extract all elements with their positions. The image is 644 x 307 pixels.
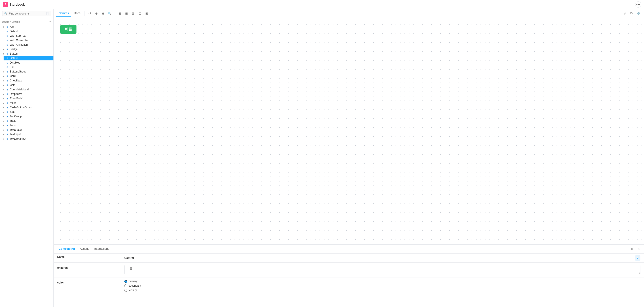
component-icon: ⊞ [6,93,9,95]
group-header-tabs[interactable]: ▶ ⊞ Tabs [0,123,54,128]
group-label-textinput: TextInput [10,133,21,136]
layout-icon-btn[interactable]: ⊟ [124,10,130,17]
logo-icon: S [3,2,8,7]
radio-secondary[interactable]: secondary [124,284,640,287]
search-icon-btn[interactable]: 🔍 [107,10,113,17]
group-header-badge[interactable]: ▶ ⊞ Badge [0,47,54,52]
toolbar-right: ⤢ ⧉ 🔗 [622,10,641,17]
app-logo: S Storybook [3,2,25,7]
radio-input-primary[interactable] [124,280,127,283]
search-shortcut: / [46,12,49,15]
expand-icon: ▶ [2,115,5,118]
canvas-background [54,18,644,244]
group-header-alert[interactable]: ▼ ⊞ Alert [0,25,54,29]
group-header-dropdown[interactable]: ▶ ⊞ Dropdown [0,92,54,96]
search-input[interactable] [9,12,45,15]
group-header-card[interactable]: ▶ ⊞ Card [0,74,54,78]
panel-expand-icon-btn[interactable]: ⊞ [630,246,635,252]
sidebar-item-alert-subtext[interactable]: ⊟ With Sub Text [4,34,54,38]
component-icon: ⊞ [6,75,9,77]
full-icon-btn[interactable]: ⊞ [144,10,150,17]
section-collapse-icon[interactable]: ⌃ [49,21,51,24]
sidebar-item-button-full[interactable]: ⊟ Full [4,65,54,69]
expand-icon: ▶ [2,124,5,127]
group-header-checkbox[interactable]: ▶ ⊞ Checkbox [0,78,54,83]
button-children: ⊟ Default ⊟ Disabled ⊟ Full [0,56,54,69]
sidebar-item-button-disabled[interactable]: ⊟ Disabled [4,60,54,65]
radio-input-secondary[interactable] [124,284,127,287]
component-icon: ⊞ [6,133,9,136]
tab-canvas[interactable]: Canvas [56,10,71,17]
group-header-errormodal[interactable]: ▶ ⊞ ErrorModal [0,96,54,101]
children-input[interactable]: 버튼 [124,265,640,274]
control-name-color: color [57,280,124,284]
group-header-radiobuttongroup[interactable]: ▶ ⊞ RadioButtonGroup [0,105,54,110]
radio-primary[interactable]: primary [124,280,640,283]
expand-icon: ▶ [2,48,5,51]
preview-button[interactable]: 버튼 [60,25,76,34]
section-header: COMPONENTS ⌃ [0,19,54,25]
menu-button[interactable]: ••• [635,1,641,8]
tab-controls[interactable]: Controls (6) [56,246,77,252]
zoom-in-icon-btn[interactable]: ⊕ [100,10,106,17]
group-header-tabgroup[interactable]: ▶ ⊞ TabGroup [0,114,54,119]
table-icon-btn[interactable]: ⊠ [130,10,136,17]
control-value-children: 버튼 [124,265,640,275]
reload-icon-btn[interactable]: ↺ [86,10,93,17]
tab-docs[interactable]: Docs [72,10,83,17]
canvas-toolbar: Canvas Docs ↺ ⊖ ⊕ 🔍 ⊞ ⊟ ⊠ ⊡ ⊞ ⤢ ⧉ 🔗 [54,9,644,18]
group-label-buttonsgroup: ButtonsGroup [10,70,26,73]
sidebar-item-alert-closebtn[interactable]: ⊟ With Close Btn [4,38,54,43]
new-window-icon-btn[interactable]: ⧉ [628,10,634,17]
group-label-button: Button [10,52,18,55]
search-wrap: 🔍 / [2,11,51,16]
expand-icon-btn[interactable]: ⤢ [622,10,628,17]
group-header-completemodal[interactable]: ▶ ⊞ CompleteModal [0,87,54,92]
sidebar-item-alert-default[interactable]: ⊟ Default [4,29,54,34]
sidebar-item-alert-animation[interactable]: ⊟ With Animation [4,43,54,47]
group-header-stat[interactable]: ▶ ⊞ Stat [0,110,54,114]
color-radio-group: primary secondary tertiary [124,280,640,292]
sidebar: 🔍 / COMPONENTS ⌃ ▼ ⊞ Alert ⊟ [0,9,54,307]
group-header-textareainput[interactable]: ▶ ⊞ TextareaInput [0,137,54,141]
radio-label-primary: primary [128,280,138,283]
radio-tertiary[interactable]: tertiary [124,289,640,292]
expand-icon: ▶ [2,129,5,131]
component-icon: ⊞ [6,120,9,122]
group-header-button[interactable]: ▼ ⊞ Button [0,52,54,56]
group-alert: ▼ ⊞ Alert ⊟ Default ⊟ With Sub Text ⊟ [0,25,54,47]
radio-input-tertiary[interactable] [124,289,127,292]
group-button: ▼ ⊞ Button ⊟ Default ⊟ Disabled ⊟ F [0,52,54,69]
zoom-out-icon-btn[interactable]: ⊖ [93,10,100,17]
group-header-table[interactable]: ▶ ⊞ Table [0,119,54,123]
group-header-textinput[interactable]: ▶ ⊞ TextInput [0,132,54,137]
tab-interactions[interactable]: Interactions [92,246,112,252]
grid-icon-btn[interactable]: ⊞ [117,10,123,17]
sidebar-item-button-default[interactable]: ⊟ Default [4,56,54,60]
tab-actions[interactable]: Actions [78,246,92,252]
group-label-textbutton: TextButton [10,128,22,131]
control-name-children: children [57,265,124,269]
link-icon-btn[interactable]: 🔗 [635,10,641,17]
bottom-tab-right: ⊞ ✕ [630,246,641,252]
expand-icon: ▶ [2,71,5,73]
split-icon-btn[interactable]: ⊡ [137,10,143,17]
group-header-chip[interactable]: ▶ ⊞ Chip [0,83,54,87]
controls-header: Name Control ↺ [54,253,644,263]
group-label-table: Table [10,119,16,122]
group-label-tabs: Tabs [10,124,16,127]
expand-icon: ▶ [2,79,5,82]
group-header-modal[interactable]: ▶ ⊞ Modal [0,101,54,105]
group-header-textbutton[interactable]: ▶ ⊞ TextButton [0,128,54,132]
bottom-panel: Controls (6) Actions Interactions ⊞ ✕ Na… [54,244,644,307]
control-value-color: primary secondary tertiary [124,280,640,292]
group-header-buttonsgroup[interactable]: ▶ ⊞ ButtonsGroup [0,69,54,74]
component-icon: ⊞ [6,26,9,28]
item-label: With Close Btn [10,39,28,42]
panel-close-icon-btn[interactable]: ✕ [636,246,641,252]
group-label-stat: Stat [10,110,14,113]
reset-controls-btn[interactable]: ↺ [635,255,640,261]
expand-icon: ▶ [2,102,5,104]
main-layout: 🔍 / COMPONENTS ⌃ ▼ ⊞ Alert ⊟ [0,9,644,307]
component-icon: ⊞ [6,124,9,127]
